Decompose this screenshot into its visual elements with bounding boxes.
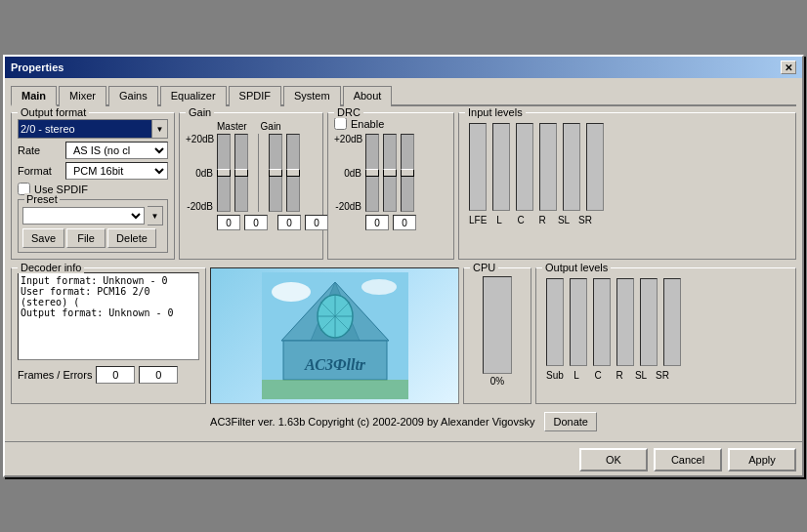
input-level-bars [465,117,789,215]
label-r: R [533,215,551,225]
errors-input[interactable] [139,366,178,384]
delete-button[interactable]: Delete [107,228,156,248]
output-format-dropdown-btn[interactable]: ▼ [152,119,168,139]
cpu-value: 0% [490,376,504,387]
file-button[interactable]: File [66,228,106,248]
master-value2: 0 [244,215,268,230]
svg-rect-12 [262,380,408,399]
input-level-labels: LFE L C R SL SR [465,215,789,225]
title-text: Properties [11,61,64,73]
close-button[interactable]: ✕ [781,61,796,74]
tab-equalizer[interactable]: Equalizer [160,86,227,106]
main-content: Output format 2/0 - stereo ▼ Rate AS IS … [11,112,796,431]
donate-button[interactable]: Donate [544,412,596,431]
svg-point-2 [361,279,397,295]
output-format-label: Output format [18,106,89,118]
decoder-info-label: Decoder info [18,262,84,273]
master-slider1[interactable] [217,134,231,212]
properties-window: Properties ✕ Main Mixer Gains Equalizer … [3,55,804,477]
input-bar-c [516,123,533,211]
preset-label: Preset [24,193,60,205]
drc-value2: 0 [393,215,416,230]
gain-slider1[interactable] [269,134,282,212]
frames-input[interactable] [96,366,135,384]
drc-slider1[interactable] [365,134,379,212]
output-bar-l [570,278,587,366]
logo-box: АС3Фlltr [210,267,459,404]
out-label-l: L [568,370,585,381]
master-col-label: Master [217,121,247,132]
gain-value2: 0 [305,215,328,230]
input-bar-sr [586,123,604,211]
tab-mixer[interactable]: Mixer [59,86,106,106]
cpu-inner: 0% [468,272,527,387]
drc-enable-row: Enable [334,117,447,130]
tab-gains[interactable]: Gains [108,86,158,106]
input-levels-label: Input levels [465,106,526,118]
decoder-info-text [18,272,199,360]
drc-enable-checkbox[interactable] [334,117,347,130]
output-format-select[interactable]: 2/0 - stereo [18,119,152,139]
save-button[interactable]: Save [22,228,64,248]
output-bar-r [616,278,634,366]
master-value1: 0 [217,215,240,230]
drc-db-bot: -20dB [334,201,361,212]
tab-system[interactable]: System [283,86,341,106]
drc-label: DRC [334,106,363,118]
top-row: Output format 2/0 - stereo ▼ Rate AS IS … [11,112,796,260]
output-format-wrapper: 2/0 - stereo ▼ [18,119,168,139]
logo-image: АС3Фlltr [262,272,408,399]
out-label-sr: SR [654,370,671,381]
tab-bar: Main Mixer Gains Equalizer SPDIF System … [11,84,796,106]
preset-dropdown-btn[interactable]: ▼ [148,206,163,225]
label-sl: SL [555,215,573,225]
input-levels-group: Input levels LFE L C R SL [458,112,796,260]
decoder-info-group: Decoder info Frames / Errors [11,267,206,404]
output-levels-label: Output levels [542,262,611,273]
drc-db-top: +20dB [334,134,361,144]
gain-db-mid: 0dB [186,168,213,179]
tab-spdif[interactable]: SPDIF [229,86,281,106]
output-bar-sub [546,278,564,366]
cpu-meter [483,276,512,374]
tab-about[interactable]: About [343,86,393,106]
drc-value1: 0 [365,215,389,230]
output-level-bars [542,272,789,370]
preset-row: ▼ [22,206,163,225]
window-content: Main Mixer Gains Equalizer SPDIF System … [5,78,802,437]
label-sr: SR [576,215,594,225]
frames-errors-label: Frames / Errors [18,369,92,381]
cpu-label: CPU [470,262,498,273]
svg-text:АС3Фlltr: АС3Фlltr [303,356,365,373]
input-bar-l [492,123,510,211]
input-bar-r [539,123,557,211]
format-select[interactable]: PCM 16bit [65,162,168,180]
drc-group: DRC Enable +20dB 0dB -20dB [327,112,454,260]
preset-buttons-row: Save File Delete [22,228,163,248]
gain-slider2[interactable] [286,134,300,212]
input-bar-lfe [469,123,487,211]
output-bar-c [593,278,611,366]
apply-button[interactable]: Apply [728,448,796,471]
drc-slider2[interactable] [383,134,397,212]
master-slider2[interactable] [234,134,248,212]
rate-select[interactable]: AS IS (no cl [65,142,168,159]
ok-button[interactable]: OK [579,448,648,471]
frames-row: Frames / Errors [18,366,199,384]
tab-main[interactable]: Main [11,86,57,106]
gain-col-label: Gain [261,121,281,132]
bottom-row: Decoder info Frames / Errors [11,267,796,404]
rate-label: Rate [18,144,62,156]
svg-point-1 [272,282,311,302]
format-row: Format PCM 16bit [18,162,168,180]
copyright-row: AC3Filter ver. 1.63b Copyright (c) 2002-… [11,412,796,431]
gain-label: Gain [186,106,214,118]
drc-enable-label: Enable [351,118,384,130]
preset-select[interactable] [22,207,145,225]
label-lfe: LFE [469,215,487,225]
preset-group: Preset ▼ Save File Delete [18,199,168,253]
cancel-button[interactable]: Cancel [654,448,722,471]
output-levels-group: Output levels Sub L C R SL [535,267,796,404]
output-format-group: Output format 2/0 - stereo ▼ Rate AS IS … [11,112,175,260]
drc-slider3[interactable] [401,134,414,212]
